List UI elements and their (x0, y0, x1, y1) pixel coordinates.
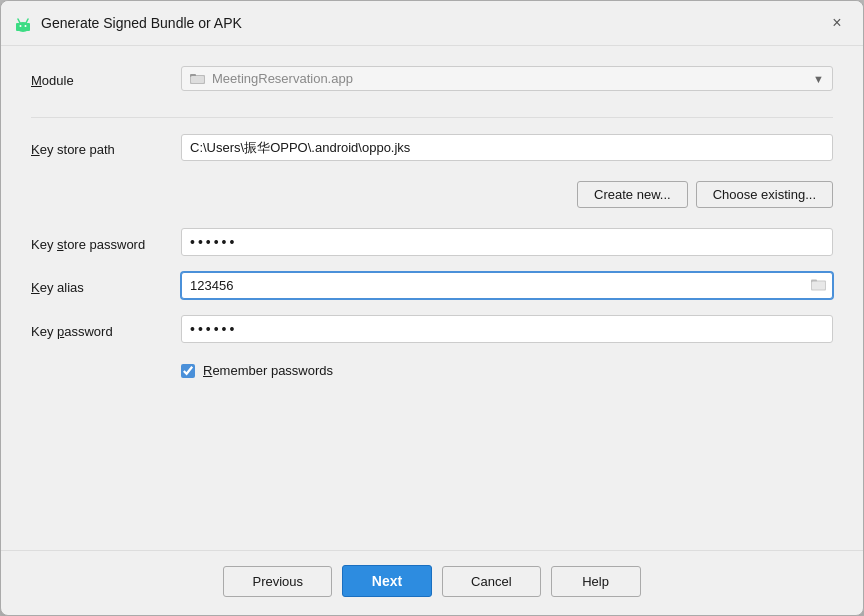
keystore-buttons: Create new... Choose existing... (181, 181, 833, 208)
module-row: Module MeetingReservation.app ▼ (31, 66, 833, 91)
previous-button[interactable]: Previous (223, 566, 332, 597)
dialog-footer: Previous Next Cancel Help (1, 550, 863, 615)
key-password-input[interactable] (181, 315, 833, 343)
next-button[interactable]: Next (342, 565, 432, 597)
dialog-window: Generate Signed Bundle or APK × Module M… (0, 0, 864, 616)
keystore-password-row: Key store password (31, 228, 833, 256)
key-alias-input[interactable] (181, 272, 833, 299)
choose-existing-button[interactable]: Choose existing... (696, 181, 833, 208)
svg-rect-8 (191, 76, 204, 83)
svg-point-2 (20, 25, 22, 27)
keystore-password-control (181, 228, 833, 256)
remember-passwords-row: Remember passwords (31, 363, 833, 378)
key-password-label: Key password (31, 320, 181, 339)
title-bar: Generate Signed Bundle or APK × (1, 1, 863, 46)
module-label: Module (31, 69, 181, 88)
dialog-content: Module MeetingReservation.app ▼ (1, 46, 863, 550)
key-password-row: Key password (31, 315, 833, 343)
help-button[interactable]: Help (551, 566, 641, 597)
keystore-action-row: Create new... Choose existing... (31, 177, 833, 212)
module-folder-icon (190, 72, 206, 85)
key-alias-label: Key alias (31, 276, 181, 295)
separator-1 (31, 117, 833, 118)
create-new-button[interactable]: Create new... (577, 181, 688, 208)
android-icon (13, 13, 33, 33)
module-control: MeetingReservation.app ▼ (181, 66, 833, 91)
remember-passwords-checkbox[interactable] (181, 364, 195, 378)
svg-line-5 (26, 19, 28, 23)
keystore-path-row: Key store path (31, 134, 833, 161)
key-password-control (181, 315, 833, 343)
svg-line-4 (18, 19, 20, 23)
keystore-path-label: Key store path (31, 138, 181, 157)
key-alias-control (181, 272, 833, 299)
keystore-password-label: Key store password (31, 233, 181, 252)
key-alias-browse-icon[interactable] (811, 277, 827, 294)
keystore-path-input[interactable] (181, 134, 833, 161)
remember-passwords-label[interactable]: Remember passwords (203, 363, 333, 378)
keystore-path-control (181, 134, 833, 161)
close-button[interactable]: × (825, 11, 849, 35)
module-dropdown-arrow: ▼ (813, 73, 824, 85)
key-alias-row: Key alias (31, 272, 833, 299)
dialog-title: Generate Signed Bundle or APK (41, 15, 825, 31)
cancel-button[interactable]: Cancel (442, 566, 540, 597)
module-dropdown[interactable]: MeetingReservation.app ▼ (181, 66, 833, 91)
svg-rect-1 (16, 23, 30, 31)
module-value: MeetingReservation.app (212, 71, 353, 86)
svg-point-3 (25, 25, 27, 27)
keystore-password-input[interactable] (181, 228, 833, 256)
svg-rect-11 (812, 281, 825, 289)
